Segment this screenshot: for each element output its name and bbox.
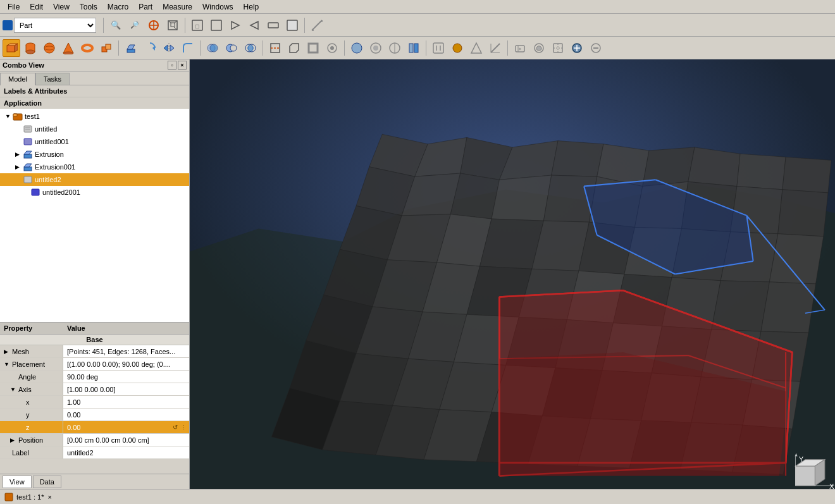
svg-rect-32 [106, 44, 111, 49]
tree-item-untitled[interactable]: untitled [0, 123, 189, 135]
tool3[interactable] [386, 39, 404, 57]
svg-rect-192 [5, 493, 13, 501]
svg-rect-14 [287, 20, 297, 30]
tab-data[interactable]: Data [33, 476, 61, 488]
props-value-z[interactable]: 0.00 ↺ ⋮ [63, 421, 189, 433]
sphere-button[interactable] [40, 39, 58, 57]
tree-item-untitled001[interactable]: untitled001 [0, 135, 189, 148]
props-value-y: 0.00 [63, 409, 189, 421]
tree-icon-test1 [13, 111, 23, 121]
props-row-position[interactable]: ▶ Position [0.00 cm 0.00 cm 0.00 cm] [0, 434, 189, 446]
props-row-axis[interactable]: ▼ Axis [1.00 0.00 0.00] [0, 383, 189, 396]
zoom-in-button[interactable]: 🔍 [107, 16, 125, 34]
tool8[interactable] [486, 39, 504, 57]
tree-icon-untitled2 [23, 175, 33, 185]
cone-button[interactable] [59, 39, 77, 57]
tool2[interactable] [367, 39, 385, 57]
tab-view[interactable]: View [3, 476, 32, 488]
section-button[interactable] [266, 39, 284, 57]
tree-label-untitled: untitled [35, 125, 57, 133]
svg-marker-130 [712, 281, 770, 331]
cylinder-button[interactable] [22, 39, 39, 57]
props-row-mesh[interactable]: ▶ Mesh [Points: 451, Edges: 1268, Faces.… [0, 345, 189, 358]
measure-button[interactable] [308, 16, 326, 34]
menu-view[interactable]: View [48, 1, 75, 13]
part-button2[interactable] [97, 39, 115, 57]
workbench-selector[interactable]: Part Draft PartDesign [14, 18, 96, 33]
torus-button[interactable] [78, 39, 96, 57]
menu-edit[interactable]: Edit [25, 1, 48, 13]
tool10[interactable] [530, 39, 548, 57]
menu-windows[interactable]: Windows [197, 1, 238, 13]
menu-help[interactable]: Help [238, 1, 264, 13]
tree-arrow-test1: ▼ [5, 113, 13, 120]
tool12[interactable] [568, 39, 586, 57]
props-row-y[interactable]: y 0.00 [0, 409, 189, 421]
tree-item-untitled2001[interactable]: untitled2001 [0, 186, 189, 199]
statusbar-close[interactable]: × [47, 493, 51, 501]
tool7[interactable] [467, 39, 485, 57]
svg-marker-105 [492, 175, 552, 221]
tree-label-untitled2: untitled2 [35, 176, 61, 183]
panel-close-btn[interactable]: × [178, 61, 187, 70]
view-bottom-button[interactable] [283, 16, 301, 34]
tree-item-extrusion[interactable]: ▶ Extrusion [0, 148, 189, 161]
svg-rect-58 [433, 43, 443, 53]
tool11[interactable] [549, 39, 567, 57]
view-right-button[interactable] [226, 16, 244, 34]
box-button[interactable] [3, 39, 20, 57]
svg-point-23 [26, 50, 35, 54]
view-home-button[interactable] [145, 16, 163, 34]
tool4[interactable] [405, 39, 423, 57]
svg-marker-96 [552, 141, 603, 177]
svg-rect-79 [13, 114, 17, 116]
menu-tools[interactable]: Tools [75, 1, 102, 13]
extrude-button[interactable] [122, 39, 140, 57]
props-row-label[interactable]: Label untitled2 [0, 446, 189, 459]
menu-part[interactable]: Part [133, 1, 158, 13]
tree-item-untitled2[interactable]: untitled2 [0, 173, 189, 186]
props-row-x[interactable]: x 1.00 [0, 396, 189, 409]
shell-button[interactable] [304, 39, 322, 57]
tab-model[interactable]: Model [0, 73, 35, 85]
left-panel: Combo View ▫ × Model Tasks Labels & Attr… [0, 59, 190, 489]
3d-viewport[interactable]: Y X [190, 59, 835, 489]
boolean-union-button[interactable] [204, 39, 221, 57]
view-top-button[interactable] [207, 16, 225, 34]
panel-restore-btn[interactable]: ▫ [168, 61, 176, 70]
part3-button[interactable] [323, 39, 341, 57]
zoom-out-button[interactable]: 🔎 [126, 16, 144, 34]
fillet-button[interactable] [179, 39, 197, 57]
svg-text:▢: ▢ [195, 23, 200, 29]
view-front-button[interactable]: ▢ [189, 16, 206, 34]
z-reset-icon[interactable]: ↺ [173, 424, 178, 431]
props-row-placement[interactable]: ▼ Placement [(1.00 0.00 0.00); 90.00 deg… [0, 358, 189, 371]
chamfer-button[interactable] [285, 39, 303, 57]
menu-measure[interactable]: Measure [158, 1, 197, 13]
mirror-button[interactable] [160, 39, 178, 57]
svg-point-30 [82, 45, 92, 51]
tool6[interactable] [448, 39, 466, 57]
boolean-intersect-button[interactable] [242, 39, 259, 57]
view-back-button[interactable] [245, 16, 263, 34]
z-scroll-icon[interactable]: ⋮ [181, 424, 187, 431]
tool1[interactable] [348, 39, 366, 57]
props-row-z[interactable]: z 0.00 ↺ ⋮ [0, 421, 189, 434]
boolean-cut-button[interactable] [223, 39, 240, 57]
tool9[interactable]: ✦ [511, 39, 529, 57]
props-name-z: z [0, 421, 63, 433]
menu-macro[interactable]: Macro [102, 1, 133, 13]
menu-file[interactable]: File [3, 1, 25, 13]
view-left-button[interactable] [264, 16, 282, 34]
revolve-button[interactable] [141, 39, 159, 57]
tool5[interactable] [430, 39, 447, 57]
svg-rect-18 [7, 46, 15, 52]
tree-item-extrusion001[interactable]: ▶ Extrusion001 [0, 161, 189, 173]
view-box-button[interactable] [164, 16, 182, 34]
props-row-angle[interactable]: Angle 90.00 deg [0, 371, 189, 383]
tree-item-test1[interactable]: ▼ test1 [0, 110, 189, 123]
tree-view[interactable]: ▼ test1 untitled [0, 109, 189, 322]
tool13[interactable] [587, 39, 605, 57]
props-name-axis: ▼ Axis [0, 383, 63, 395]
tab-tasks[interactable]: Tasks [35, 73, 70, 85]
